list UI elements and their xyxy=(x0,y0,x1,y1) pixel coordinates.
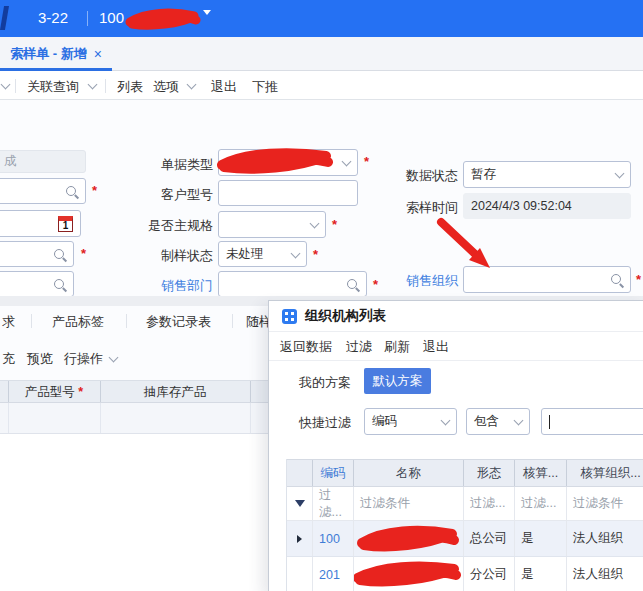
action-row-operations[interactable]: 行操作 xyxy=(64,350,103,368)
menu-exit[interactable]: 退出 xyxy=(423,338,449,356)
column-name[interactable]: 名称 xyxy=(354,460,464,486)
form-header-area: 成 * 1 * 单据类型 * 客户型号 是否主规格 * 制样状态 未处理 * 销… xyxy=(0,100,643,296)
default-scheme-button[interactable]: 默认方案 xyxy=(364,368,431,394)
sampling-status-value: 未处理 xyxy=(226,246,264,263)
quick-filter-operator-select[interactable]: 包含 xyxy=(466,408,530,435)
quick-filter-field-select[interactable]: 编码 xyxy=(364,408,457,435)
toolbar-item-options[interactable]: 选项 xyxy=(153,78,179,96)
customer-model-label: 客户型号 xyxy=(120,186,213,204)
topbar-divider xyxy=(87,11,88,26)
lookup-field-1[interactable] xyxy=(0,178,86,204)
menu-filter[interactable]: 过滤 xyxy=(346,338,372,356)
column-product-model[interactable]: 产品型号 * xyxy=(8,384,100,401)
menu-return-data[interactable]: 返回数据 xyxy=(280,338,332,356)
search-icon[interactable] xyxy=(610,273,623,286)
chevron-down-icon[interactable] xyxy=(88,80,98,90)
tab-sample-request-new[interactable]: 索样单 - 新增 × xyxy=(0,37,112,71)
tab-label: 索样单 - 新增 xyxy=(10,45,87,63)
topbar-date: 3-22 xyxy=(38,9,68,26)
org-code-link[interactable]: 201 xyxy=(313,557,354,591)
org-name-cell-redacted xyxy=(354,557,464,591)
calendar-icon[interactable]: 1 xyxy=(58,216,73,232)
main-toolbar: 关联查询 列表 选项 退出 下推 xyxy=(0,71,643,100)
chevron-down-icon[interactable] xyxy=(310,219,320,229)
detail-tab-demand[interactable]: 求 xyxy=(2,313,15,331)
doc-type-select[interactable] xyxy=(218,149,358,176)
chevron-down-icon[interactable] xyxy=(514,416,524,426)
my-scheme-label: 我的方案 xyxy=(299,374,351,392)
sample-time-value: 2024/4/3 09:52:04 xyxy=(471,199,572,213)
app-window: 3-22 100 索样单 - 新增 × 关联查询 列表 选项 退出 下推 成 * xyxy=(0,0,643,591)
org-accounting-org-cell: 法人组织 xyxy=(567,557,643,591)
org-row-201[interactable]: 201 分公司 是 法人组织 xyxy=(287,557,643,591)
sales-dept-lookup[interactable] xyxy=(218,271,367,297)
column-accounting-org[interactable]: 核算组织... xyxy=(567,460,643,486)
data-status-select[interactable]: 暂存 xyxy=(463,161,631,188)
toolbar-item-push-down[interactable]: 下推 xyxy=(252,78,278,96)
toolbar-item-related-query[interactable]: 关联查询 xyxy=(27,78,79,96)
search-icon[interactable] xyxy=(53,278,66,291)
tab-close-icon[interactable]: × xyxy=(94,47,102,61)
org-row-100[interactable]: 100 总公司 是 法人组织 xyxy=(287,521,643,557)
org-code-link[interactable]: 100 xyxy=(313,521,354,556)
toolbar-item-exit[interactable]: 退出 xyxy=(211,78,237,96)
is-main-spec-select[interactable] xyxy=(218,211,326,238)
sales-dept-label-link[interactable]: 销售部门 xyxy=(120,277,213,295)
quick-filter-input[interactable] xyxy=(541,408,643,435)
doc-number-field: 成 xyxy=(0,150,86,173)
detail-tab-parameter-record[interactable]: 参数记录表 xyxy=(146,313,211,331)
top-bar: 3-22 100 xyxy=(0,0,643,37)
chevron-down-icon[interactable] xyxy=(291,248,301,258)
column-code[interactable]: 编码 xyxy=(313,460,354,486)
chevron-down-icon[interactable] xyxy=(615,169,625,179)
lookup-field-2[interactable] xyxy=(0,241,74,267)
redaction-scribble xyxy=(354,523,462,555)
search-icon[interactable] xyxy=(346,278,359,291)
filter-cell-form[interactable]: 过滤... xyxy=(464,487,515,520)
org-accounting-cell: 是 xyxy=(515,557,567,591)
sales-org-lookup[interactable] xyxy=(463,266,631,293)
filter-cell-code[interactable]: 过滤... xyxy=(313,487,354,520)
doc-number-fragment: 成 xyxy=(4,153,17,170)
filter-cell-accounting-org[interactable]: 过滤条件 xyxy=(567,487,643,520)
lookup-field-3[interactable] xyxy=(0,271,74,297)
menu-refresh[interactable]: 刷新 xyxy=(384,338,410,356)
filter-cell-accounting[interactable]: 过滤... xyxy=(515,487,567,520)
required-marker: * xyxy=(313,247,318,262)
is-main-spec-label: 是否主规格 xyxy=(108,217,213,235)
dialog-grid-icon xyxy=(282,309,297,324)
action-fill[interactable]: 充 xyxy=(2,350,15,368)
action-preview[interactable]: 预览 xyxy=(27,350,53,368)
sampling-status-label: 制样状态 xyxy=(120,247,213,265)
chevron-down-icon[interactable] xyxy=(342,157,352,167)
sampling-status-select[interactable]: 未处理 xyxy=(218,241,307,267)
org-form-cell: 分公司 xyxy=(464,557,515,591)
filter-funnel-icon xyxy=(287,487,313,520)
date-field[interactable]: 1 xyxy=(0,210,81,237)
toolbar-divider xyxy=(105,79,106,93)
detail-tab-product-label[interactable]: 产品标签 xyxy=(52,313,104,331)
data-status-label: 数据状态 xyxy=(365,167,458,185)
doc-type-label: 单据类型 xyxy=(120,156,213,174)
toolbar-item-list[interactable]: 列表 xyxy=(117,78,143,96)
column-pull-stock-product[interactable]: 抽库存产品 xyxy=(100,384,250,401)
sales-org-label-link[interactable]: 销售组织 xyxy=(365,272,458,290)
document-tab-strip: 索样单 - 新增 × xyxy=(0,37,643,71)
column-accounting[interactable]: 核算... xyxy=(515,460,567,486)
dialog-title-bar: 组织机构列表 xyxy=(269,301,643,332)
chevron-down-icon[interactable] xyxy=(187,80,197,90)
toolbar-overflow-chevron-icon[interactable] xyxy=(1,80,11,90)
search-icon[interactable] xyxy=(65,185,78,198)
chevron-down-icon[interactable] xyxy=(109,353,119,363)
org-form-cell: 总公司 xyxy=(464,521,515,556)
column-form[interactable]: 形态 xyxy=(464,460,515,486)
org-switcher-caret-icon[interactable] xyxy=(203,15,211,30)
search-icon[interactable] xyxy=(53,248,66,261)
chevron-down-icon[interactable] xyxy=(441,416,451,426)
org-grid-header: 编码 名称 形态 核算... 核算组织... xyxy=(287,459,643,487)
customer-model-input[interactable] xyxy=(218,180,358,206)
org-grid-filter-row[interactable]: 过滤... 过滤条件 过滤... 过滤... 过滤条件 xyxy=(287,487,643,521)
filter-cell-name[interactable]: 过滤条件 xyxy=(354,487,464,520)
org-accounting-cell: 是 xyxy=(515,521,567,556)
topbar-org-code[interactable]: 100 xyxy=(99,9,124,26)
